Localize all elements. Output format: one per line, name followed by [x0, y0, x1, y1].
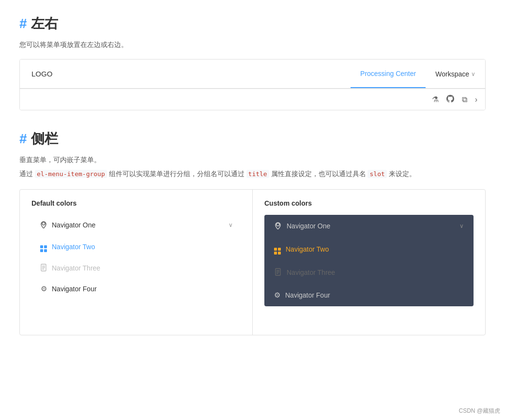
svg-point-5: [276, 223, 279, 226]
custom-nav-one[interactable]: Navigator One ∨: [264, 215, 474, 238]
section2-hash: #: [19, 131, 27, 147]
default-nav-three[interactable]: Navigator Three: [31, 258, 241, 279]
custom-nav-one-label: Navigator One: [287, 222, 455, 230]
nav-item-processing-label: Processing Center: [360, 70, 416, 77]
gear-icon-2: ⚙: [274, 291, 280, 300]
section1-desc: 您可以将菜单项放置在左边或右边。: [19, 41, 486, 49]
nav-icon-bar: ⚗ ⧉ ›: [20, 89, 485, 110]
chevron-down-icon: ∨: [471, 71, 475, 77]
doc-icon-1: [39, 264, 48, 273]
expand-icon[interactable]: ›: [475, 95, 477, 104]
top-nav-demo-box: LOGO Processing Center Workspace ∨ ⚗: [19, 59, 486, 110]
nav-bar: LOGO Processing Center Workspace ∨: [20, 60, 485, 89]
custom-nav-three[interactable]: Navigator Three: [264, 261, 474, 284]
nav-item-workspace-label: Workspace: [435, 70, 469, 78]
custom-nav-four[interactable]: ⚙ Navigator Four: [264, 284, 474, 306]
custom-nav-three-label: Navigator Three: [287, 269, 464, 276]
default-nav-two-label: Navigator Two: [52, 243, 233, 251]
location-icon-2: [274, 222, 282, 231]
page-container: # 左右 您可以将菜单项放置在左边或右边。 LOGO Processing Ce…: [0, 0, 505, 369]
sidebar-demo: Default colors Navigator One ∨: [20, 190, 485, 335]
custom-colors-col: Custom colors Navigator One ∨: [252, 190, 485, 335]
custom-colors-title: Custom colors: [264, 199, 474, 207]
nav-logo: LOGO: [20, 60, 64, 88]
section1-title: # 左右: [19, 15, 486, 33]
doc-icon-2: [274, 268, 282, 277]
location-icon-1: [39, 221, 48, 230]
custom-nav-two-label: Navigator Two: [286, 245, 464, 253]
flask-icon[interactable]: ⚗: [432, 95, 439, 104]
nav-item-processing[interactable]: Processing Center: [351, 60, 426, 88]
default-colors-col: Default colors Navigator One ∨: [20, 190, 252, 335]
default-nav-one-label: Navigator One: [52, 221, 225, 229]
section2: # 侧栏 垂直菜单，可内嵌子菜单。 通过 el-menu-item-group …: [19, 130, 486, 335]
default-colors-title: Default colors: [31, 199, 241, 207]
custom-nav-two[interactable]: Navigator Two: [264, 238, 474, 261]
grid-orange-icon: [274, 244, 281, 255]
nav-one-arrow: ∨: [229, 222, 233, 228]
nav-item-workspace[interactable]: Workspace ∨: [426, 60, 485, 88]
section2-desc1: 垂直菜单，可内嵌子菜单。: [19, 156, 486, 165]
section1-title-text: 左右: [31, 15, 58, 33]
grid-blue-icon: [39, 241, 48, 252]
copy-icon[interactable]: ⧉: [462, 95, 467, 104]
default-nav-two[interactable]: Navigator Two: [31, 236, 241, 258]
gear-icon-1: ⚙: [39, 285, 48, 293]
nav-spacer: [64, 60, 351, 88]
nav-items: Processing Center Workspace ∨: [351, 60, 485, 88]
section2-title-text: 侧栏: [31, 130, 58, 148]
custom-nav-four-label: Navigator Four: [285, 291, 464, 299]
default-nav-three-label: Navigator Three: [52, 264, 233, 272]
svg-point-0: [42, 222, 45, 225]
section2-desc2: 通过 el-menu-item-group 组件可以实现菜单进行分组，分组名可以…: [19, 168, 486, 180]
github-icon[interactable]: [446, 95, 454, 105]
default-nav-one[interactable]: Navigator One ∨: [31, 215, 241, 236]
default-nav-four-label: Navigator Four: [52, 285, 233, 293]
sidebar-demo-box: Default colors Navigator One ∨: [19, 189, 486, 335]
custom-nav-one-arrow: ∨: [459, 223, 464, 229]
section2-title: # 侧栏: [19, 130, 486, 148]
nav-section: LOGO Processing Center Workspace ∨ ⚗: [20, 60, 485, 110]
default-nav-four[interactable]: ⚙ Navigator Four: [31, 279, 241, 299]
dark-sidebar: Navigator One ∨ Navigator Two: [264, 215, 474, 306]
section1-hash: #: [19, 16, 27, 31]
